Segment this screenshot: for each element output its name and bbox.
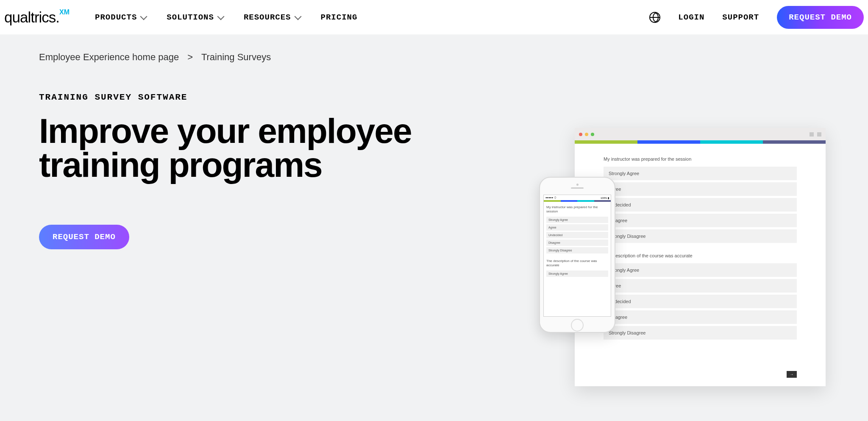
traffic-light-minimize-icon: [585, 133, 588, 136]
phone-top: [540, 178, 615, 195]
nav-products[interactable]: PRODUCTS: [95, 13, 146, 22]
survey-option[interactable]: Disagree: [546, 240, 608, 246]
survey-option[interactable]: Strongly Agree: [546, 270, 608, 277]
breadcrumb: Employee Experience home page > Training…: [39, 52, 829, 63]
phone-speaker-icon: [571, 187, 584, 189]
question-title: My instructor was prepared for the sessi…: [604, 156, 797, 162]
question-title: The description of the course was accura…: [604, 253, 797, 258]
survey-option[interactable]: Strongly Disagree: [604, 229, 797, 243]
breadcrumb-home[interactable]: Employee Experience home page: [39, 52, 179, 62]
question-title: The description of the course was accura…: [546, 259, 608, 268]
phone-survey-content: My instructor was prepared for the sessi…: [544, 202, 611, 282]
survey-option[interactable]: Disagree: [604, 214, 797, 227]
survey-question: My instructor was prepared for the sessi…: [604, 156, 797, 243]
page-body: Employee Experience home page > Training…: [0, 35, 868, 421]
support-link[interactable]: SUPPORT: [722, 13, 759, 22]
traffic-light-zoom-icon: [591, 133, 594, 136]
nav-label: PRICING: [321, 13, 358, 22]
logo-text: qualtrics.: [4, 9, 59, 26]
chevron-down-icon: [217, 13, 224, 20]
survey-question: The description of the course was accura…: [604, 253, 797, 340]
survey-option[interactable]: Strongly Agree: [604, 167, 797, 180]
battery-icon: 100% ▮: [601, 196, 609, 199]
survey-option[interactable]: Agree: [604, 182, 797, 196]
brand-strip: [575, 140, 826, 144]
chevron-down-icon: [140, 13, 147, 20]
signal-icon: ●●●●● ⏀: [545, 196, 556, 199]
request-demo-button-body[interactable]: REQUEST DEMO: [39, 225, 129, 249]
survey-option[interactable]: Strongly Agree: [546, 217, 608, 223]
nav-label: SOLUTIONS: [167, 13, 214, 22]
browser-chrome: [575, 128, 826, 140]
nav-pricing[interactable]: PRICING: [321, 13, 358, 22]
header-right: LOGIN SUPPORT REQUEST DEMO: [649, 6, 864, 29]
survey-option[interactable]: Strongly Disagree: [546, 247, 608, 254]
nav-label: PRODUCTS: [95, 13, 137, 22]
phone-screen: ●●●●● ⏀ 100% ▮ My instructor was prepare…: [543, 195, 611, 317]
traffic-light-close-icon: [579, 133, 582, 136]
next-page-button[interactable]: →: [787, 371, 797, 378]
survey-option[interactable]: Undecided: [546, 232, 608, 238]
globe-icon[interactable]: [649, 12, 660, 23]
question-title: My instructor was prepared for the sessi…: [546, 205, 608, 214]
survey-option[interactable]: Agree: [546, 224, 608, 231]
breadcrumb-current: Training Surveys: [201, 52, 271, 62]
eyebrow: TRAINING SURVEY SOFTWARE: [39, 92, 829, 102]
phone-home-button-icon: [571, 319, 584, 332]
request-demo-button[interactable]: REQUEST DEMO: [777, 6, 864, 29]
survey-option[interactable]: Strongly Agree: [604, 263, 797, 277]
login-link[interactable]: LOGIN: [678, 13, 704, 22]
chevron-down-icon: [294, 13, 301, 20]
browser-control-icon: [817, 132, 821, 137]
breadcrumb-separator: >: [187, 52, 193, 62]
nav-resources[interactable]: RESOURCES: [244, 13, 300, 22]
nav-solutions[interactable]: SOLUTIONS: [167, 13, 223, 22]
logo-xm: XM: [59, 8, 70, 16]
phone-status-bar: ●●●●● ⏀ 100% ▮: [544, 195, 611, 200]
brand-strip: [544, 200, 611, 202]
survey-option[interactable]: Strongly Disagree: [604, 326, 797, 340]
survey-option[interactable]: Undecided: [604, 198, 797, 212]
survey-preview-phone: ●●●●● ⏀ 100% ▮ My instructor was prepare…: [539, 177, 615, 333]
page-headline: Improve your employee training programs: [39, 114, 412, 182]
logo[interactable]: qualtrics. XM: [4, 9, 70, 26]
site-header: qualtrics. XM PRODUCTS SOLUTIONS RESOURC…: [0, 0, 868, 35]
survey-option[interactable]: Undecided: [604, 295, 797, 308]
phone-camera-icon: [576, 184, 579, 186]
browser-control-icon: [810, 132, 814, 137]
survey-option[interactable]: Agree: [604, 279, 797, 293]
survey-option[interactable]: Disagree: [604, 310, 797, 324]
main-nav: PRODUCTS SOLUTIONS RESOURCES PRICING: [95, 13, 357, 22]
nav-label: RESOURCES: [244, 13, 291, 22]
